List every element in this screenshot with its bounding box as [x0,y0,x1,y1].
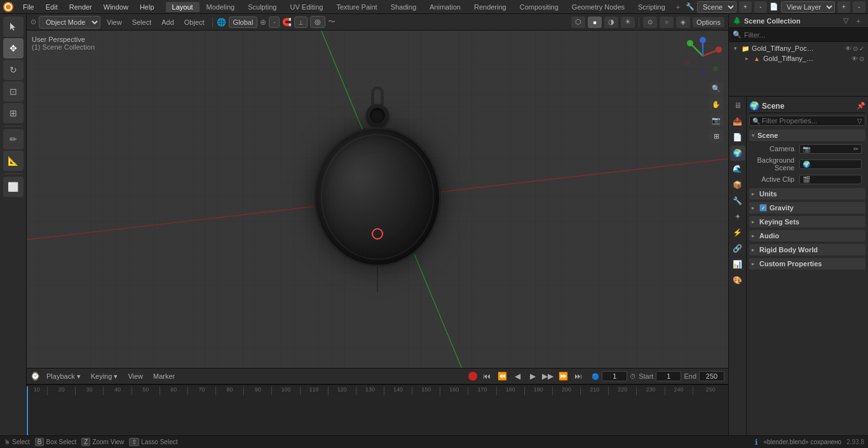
prop-tab-render[interactable]: 🖥 [730,98,745,113]
exclude-icon[interactable]: ✓ [859,45,864,52]
custom-props-header[interactable]: ▸ Custom Properties [749,258,865,269]
view-layer-selector[interactable]: View Layer [781,1,835,13]
object-menu-btn[interactable]: Object [180,17,208,27]
camera-edit-btn[interactable]: ✏ [853,146,858,153]
record-btn[interactable] [468,372,477,381]
play-btn[interactable]: ▶ [527,370,538,382]
pivot-btn[interactable]: · [269,17,280,28]
outliner-filter-btn[interactable]: ▽ [840,15,851,27]
tab-modeling[interactable]: Modeling [200,2,241,12]
next-frame-btn[interactable]: ▶▶ [542,370,553,382]
prop-tab-output[interactable]: 📤 [730,114,745,129]
list-item[interactable]: ▾ 📁 Gold_Tiffany_Pocket_Watch_C 👁 ⊙ ✓ [729,43,868,53]
tab-texture-paint[interactable]: Texture Paint [330,2,383,12]
scene-remove-btn[interactable]: - [754,1,767,13]
jump-start-btn[interactable]: ⏮ [481,370,492,382]
prop-tab-world[interactable]: 🌊 [730,161,745,177]
tab-layout[interactable]: Layout [166,2,200,12]
zoom-in-btn[interactable]: 🔍 [709,81,723,95]
object-mode-select[interactable]: Object Mode [39,16,100,29]
list-item[interactable]: ▸ ▲ Gold_Tiffany_Pocket_Wa 👁 ⊙ [729,53,868,64]
quad-view-btn[interactable]: ⊞ [709,129,723,143]
gravity-section-header[interactable]: ▸ ✓ Gravity [749,202,865,214]
cursor-tool[interactable] [3,17,24,37]
scene-section-header[interactable]: ▾ Scene [749,130,865,141]
view-layer-remove-btn[interactable]: - [853,1,865,13]
add-menu-btn[interactable]: Add [158,17,178,27]
options-btn[interactable]: Options [693,17,724,27]
rigid-body-header[interactable]: ▸ Rigid Body World [749,244,865,255]
camera-field[interactable]: 📷 ✏ [799,144,862,154]
gizmos-btn[interactable]: ⊙ [643,17,657,28]
marker-menu[interactable]: Marker [149,371,179,381]
prop-pin-btn[interactable]: 📌 [857,102,865,110]
menu-help[interactable]: Help [135,2,159,12]
solid-shading[interactable]: ● [588,17,602,28]
active-clip-field[interactable]: 🎬 [799,175,862,184]
keying-sets-header[interactable]: ▸ Keying Sets [749,216,865,227]
transform-tool[interactable]: ⊞ [3,103,24,123]
background-scene-field[interactable]: 🌍 [799,160,862,169]
tab-rendering[interactable]: Rendering [468,2,513,12]
eye-icon[interactable]: 👁 [845,45,851,52]
hide-viewport-icon[interactable]: ⊙ [853,45,858,52]
scale-tool[interactable]: ⊡ [3,81,24,102]
rendered-shading[interactable]: ☀ [621,17,635,28]
timeline-body[interactable]: 10 20 30 40 50 60 70 80 90 100 110 120 [27,385,728,435]
overlays-btn[interactable]: ○ [660,17,674,28]
keying-menu[interactable]: Keying ▾ [87,371,122,382]
transform-selector[interactable]: Global [229,17,258,28]
playback-menu[interactable]: Playback ▾ [43,371,85,382]
rotate-tool[interactable]: ↻ [3,60,24,80]
prop-search-input[interactable] [762,117,857,125]
prop-tab-modifier[interactable]: 🔧 [730,193,745,208]
camera-view-btn[interactable]: 📷 [709,113,723,127]
current-frame-input[interactable] [602,371,627,381]
add-cube-tool[interactable]: ⬜ [3,177,24,197]
outliner-new-btn[interactable]: + [853,15,864,27]
menu-file[interactable]: File [18,2,39,12]
prev-frame-btn[interactable]: ◀ [512,370,523,382]
xray-btn[interactable]: ◈ [676,17,690,28]
wireframe-shading[interactable]: ⬡ [571,17,585,28]
snap-btn[interactable]: ⟂ [294,17,308,28]
material-shading[interactable]: ◑ [604,17,618,28]
prop-filter-btn[interactable]: ▽ [857,118,862,125]
outliner-search-input[interactable] [744,31,864,39]
eye-icon[interactable]: 👁 [851,55,858,62]
measure-tool[interactable]: 📐 [3,151,24,171]
prop-tab-physics[interactable]: ⚡ [730,225,745,240]
move-tool[interactable]: ✥ [3,38,24,58]
view-layer-add-btn[interactable]: + [837,1,850,13]
annotate-tool[interactable]: ✏ [3,129,24,149]
end-frame-input[interactable] [699,371,724,381]
tab-compositing[interactable]: Compositing [513,2,565,12]
menu-window[interactable]: Window [98,2,133,12]
select-menu-btn[interactable]: Select [128,17,156,27]
units-section-header[interactable]: ▸ Units [749,188,865,200]
scene-add-btn[interactable]: + [739,1,752,13]
gravity-checkbox[interactable]: ✓ [759,204,767,212]
prev-keyframe-btn[interactable]: ⏪ [496,370,508,382]
next-keyframe-btn[interactable]: ⏩ [557,370,569,382]
menu-render[interactable]: Render [64,2,97,12]
menu-edit[interactable]: Edit [41,2,63,12]
tab-shading[interactable]: Shading [384,2,423,12]
prop-tab-particles[interactable]: ✦ [730,209,745,224]
prop-tab-object[interactable]: 📦 [730,177,745,193]
view-menu-timeline[interactable]: View [124,371,147,381]
jump-end-btn[interactable]: ⏭ [573,370,584,382]
prop-tab-scene[interactable]: 🌍 [730,146,745,161]
tab-uv-editing[interactable]: UV Editing [283,2,329,12]
pan-btn[interactable]: ✋ [709,97,723,111]
tab-scripting[interactable]: Scripting [632,2,672,12]
prop-tab-data[interactable]: 📊 [730,257,745,272]
hide-viewport-icon[interactable]: ⊙ [859,55,864,62]
prop-tab-view-layer[interactable]: 📄 [730,130,745,145]
proportional-btn[interactable]: ◎ [310,16,325,28]
prop-tab-constraints[interactable]: 🔗 [730,241,745,256]
tab-add-btn[interactable]: + [672,2,684,12]
view-menu-btn[interactable]: View [103,17,126,27]
audio-header[interactable]: ▸ Audio [749,230,865,241]
tab-sculpting[interactable]: Sculpting [241,2,283,12]
